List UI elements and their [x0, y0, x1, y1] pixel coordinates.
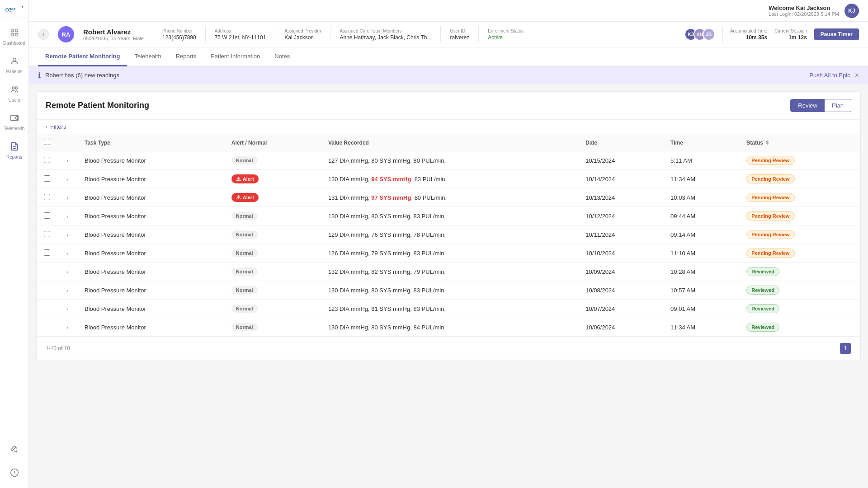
expand-row-button[interactable]: ›	[65, 287, 70, 294]
phone-info: Phone Number 123(456)7890	[162, 28, 196, 41]
expand-row-button[interactable]: ›	[65, 250, 70, 257]
divider-2	[205, 26, 206, 42]
filters-label: Filters	[50, 123, 66, 130]
review-button[interactable]: Review	[791, 99, 825, 112]
sidebar-item-telehealth[interactable]: Telehealth	[0, 107, 28, 136]
value-cell: 123 DIA mmHg, 81 SYS mmHg, 83 PUL/min.	[321, 300, 578, 318]
expand-row-button[interactable]: ›	[65, 158, 70, 164]
expand-row-button[interactable]: ›	[65, 176, 70, 183]
tab-patient-info[interactable]: Patient Information	[203, 47, 267, 66]
status-cell: Pending Review	[739, 151, 860, 170]
sidebar-bottom	[6, 439, 23, 488]
tab-telehealth[interactable]: Telehealth	[127, 47, 168, 66]
patient-dob: 05/26/1935, 75 Years, Male	[83, 36, 144, 41]
plan-button[interactable]: Plan	[825, 99, 851, 112]
filters-row[interactable]: › Filters	[37, 120, 860, 134]
avatar-group: KJ AH JB	[684, 28, 715, 41]
expand-row-button[interactable]: ›	[65, 213, 70, 220]
session-value: 1m 12s	[774, 34, 807, 41]
info-icon-notif: ℹ	[38, 71, 41, 80]
user-info: Welcome Kai Jackson Last Login: 02/20/20…	[769, 5, 839, 17]
main-content: Welcome Kai Jackson Last Login: 02/20/20…	[29, 0, 868, 488]
row-checkbox[interactable]	[44, 249, 50, 256]
col-value: Value Recorded	[321, 134, 578, 151]
close-notification-button[interactable]: ×	[855, 71, 859, 80]
value-cell: 130 DIA mmHg, 80 SYS mmHg, 83 PUL/min.	[321, 281, 578, 300]
tab-notes[interactable]: Notes	[267, 47, 297, 66]
table-row: ›Blood Pressure MonitorNormal123 DIA mmH…	[37, 300, 860, 318]
svg-text:TruCare: TruCare	[5, 10, 12, 12]
telehealth-label: Telehealth	[4, 126, 25, 131]
row-checkbox[interactable]	[44, 194, 50, 200]
enrollment-info: Enrollment Status Active	[488, 28, 524, 41]
pause-timer-button[interactable]: Pause Timer	[814, 28, 859, 40]
svg-rect-4	[15, 29, 18, 32]
task-type-cell: Blood Pressure Monitor	[77, 300, 224, 318]
task-type-cell: Blood Pressure Monitor	[77, 318, 224, 337]
expand-row-button[interactable]: ›	[65, 306, 70, 312]
task-type-cell: Blood Pressure Monitor	[77, 281, 224, 300]
notification-banner: ℹ Robert has (6) new readings Push All t…	[29, 66, 868, 84]
top-header-right: Welcome Kai Jackson Last Login: 02/20/20…	[769, 4, 859, 18]
patient-name-block: Robert Alvarez 05/26/1935, 75 Years, Mal…	[83, 28, 144, 41]
row-checkbox[interactable]	[44, 175, 50, 182]
sidebar-logo: Zyter TruCare	[0, 0, 28, 18]
svg-rect-3	[11, 29, 14, 32]
status-badge: Reviewed	[746, 304, 779, 313]
sidebar: Zyter TruCare Dashboard Patients Users	[0, 0, 29, 488]
status-cell: Reviewed	[739, 318, 860, 337]
row-checkbox[interactable]	[44, 157, 50, 163]
page-1-button[interactable]: 1	[840, 343, 851, 354]
select-all-checkbox[interactable]	[44, 139, 50, 145]
tab-rpm[interactable]: Remote Patient Monitoring	[38, 47, 127, 66]
sidebar-item-users[interactable]: Users	[0, 79, 28, 107]
patient-avatar: RA	[58, 26, 74, 42]
status-cell: Pending Review	[739, 244, 860, 263]
back-button[interactable]: ‹	[38, 29, 49, 40]
expand-row-button[interactable]: ›	[65, 195, 70, 201]
row-checkbox[interactable]	[44, 231, 50, 237]
svg-point-8	[12, 87, 14, 89]
time-cell: 5:11 AM	[663, 151, 739, 170]
tools-icon	[8, 443, 21, 455]
push-all-to-epic-button[interactable]: Push All to Epic	[809, 72, 850, 79]
status-cell: Pending Review	[739, 225, 860, 244]
expand-row-button[interactable]: ›	[65, 232, 70, 238]
content-area: ℹ Robert has (6) new readings Push All t…	[29, 66, 868, 488]
status-badge: Reviewed	[746, 267, 779, 276]
tab-reports[interactable]: Reports	[169, 47, 204, 66]
care-team-label: Assigned Care Team Members	[340, 28, 431, 33]
care-team-value: Anne Hathway, Jack Black, Chris Th...	[340, 34, 431, 41]
value-cell: 132 DIA mmHg, 82 SYS mmHg, 79 PUL/min.	[321, 263, 578, 281]
expand-row-button[interactable]: ›	[65, 269, 70, 275]
status-badge: Pending Review	[746, 193, 794, 202]
divider-7	[722, 26, 723, 42]
alert-cell: Alert	[224, 188, 321, 207]
review-plan-buttons: Review Plan	[790, 99, 851, 112]
sidebar-item-dashboard[interactable]: Dashboard	[0, 22, 28, 50]
status-badge: Pending Review	[746, 156, 794, 165]
user-id-info: User ID ralverez	[450, 28, 469, 41]
enrollment-value: Active	[488, 34, 524, 41]
sidebar-item-info[interactable]	[6, 463, 23, 483]
date-cell: 10/09/2024	[578, 263, 663, 281]
avatar-jb: JB	[703, 28, 715, 41]
rpm-panel: Remote Patient Monitoring Review Plan › …	[36, 91, 861, 360]
status-badge: Pending Review	[746, 174, 794, 183]
status-cell: Reviewed	[739, 263, 860, 281]
time-cell: 10:28 AM	[663, 263, 739, 281]
expand-row-button[interactable]: ›	[65, 324, 70, 331]
dashboard-icon	[8, 26, 21, 39]
accumulated-time-block: Accumulated Time 10m 35s	[730, 28, 767, 41]
patient-name: Robert Alvarez	[83, 28, 144, 36]
sidebar-item-reports[interactable]: Reports	[0, 136, 28, 164]
sidebar-item-patients[interactable]: Patients	[0, 50, 28, 79]
patient-header-right: KJ AH JB Accumulated Time 10m 35s Curren…	[684, 26, 859, 42]
divider-6	[478, 26, 479, 42]
sidebar-item-tools[interactable]	[6, 439, 23, 459]
col-expand	[57, 134, 77, 151]
row-checkbox[interactable]	[44, 212, 50, 219]
col-task-type: Task Type	[77, 134, 224, 151]
col-alert: Alert / Normal	[224, 134, 321, 151]
task-type-cell: Blood Pressure Monitor	[77, 244, 224, 263]
